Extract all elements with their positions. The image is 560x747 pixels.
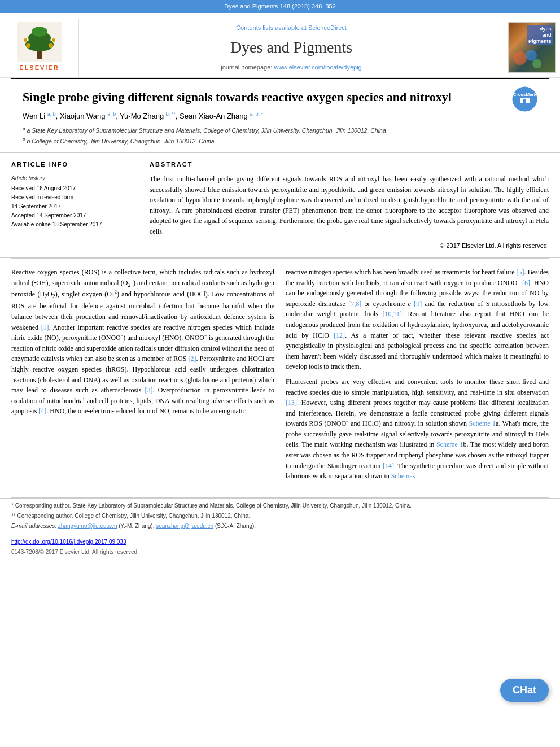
body-right-col: reactive nitrogen species which has been… bbox=[286, 267, 549, 486]
journal-cover-label: dyesandPigments bbox=[527, 25, 553, 45]
body-left-paragraph: Reactive oxygen species (ROS) is a colle… bbox=[11, 267, 274, 417]
science-direct-link[interactable]: ScienceDirect bbox=[308, 24, 347, 31]
footnote-2: ** Corresponding author. College of Chem… bbox=[11, 512, 549, 520]
svg-point-8 bbox=[52, 38, 55, 42]
copyright-line: © 2017 Elsevier Ltd. All rights reserved… bbox=[150, 241, 549, 251]
article-info-abstract-section: ARTICLE INFO Article history: Received 1… bbox=[0, 153, 560, 258]
article-title-section: CrossMark Single probe giving different … bbox=[0, 79, 560, 154]
science-direct-line: Contents lists available at ScienceDirec… bbox=[236, 23, 347, 33]
elsevier-brand-label: ELSEVIER bbox=[19, 63, 59, 73]
article-info-column: ARTICLE INFO Article history: Received 1… bbox=[11, 160, 135, 251]
body-left-col: Reactive oxygen species (ROS) is a colle… bbox=[11, 267, 274, 486]
article-title: Single probe giving different signals to… bbox=[23, 89, 537, 106]
svg-point-5 bbox=[26, 43, 30, 48]
abstract-column: ABSTRACT The first multi-channel probe g… bbox=[147, 160, 549, 251]
elsevier-logo-area: ELSEVIER bbox=[0, 19, 79, 77]
received-date: Received 16 August 2017 bbox=[11, 184, 126, 193]
cover-decoration-icon bbox=[511, 47, 545, 69]
doi-link[interactable]: http://dx.doi.org/10.1016/j.dyepig.2017.… bbox=[11, 539, 126, 545]
accepted-date: Accepted 14 September 2017 bbox=[11, 211, 126, 220]
body-right-paragraph-2: Fluorescent probes are very effective an… bbox=[286, 377, 549, 482]
svg-point-11 bbox=[532, 59, 541, 68]
article-history-label: Article history: bbox=[11, 174, 126, 182]
svg-rect-1 bbox=[37, 50, 42, 59]
available-online-date: Available online 18 September 2017 bbox=[11, 220, 126, 229]
chat-button-area: CHat bbox=[500, 679, 549, 702]
elsevier-logo: ELSEVIER bbox=[17, 22, 62, 73]
revised-label: Received in revised form bbox=[11, 193, 126, 202]
article-info-heading: ARTICLE INFO bbox=[11, 160, 126, 169]
journal-cover-area: dyesandPigments bbox=[504, 19, 560, 77]
svg-point-9 bbox=[513, 51, 527, 65]
footnote-1: * Corresponding author. State Key Labora… bbox=[11, 501, 549, 510]
footnotes-section: * Corresponding author. State Key Labora… bbox=[0, 498, 560, 535]
svg-point-6 bbox=[49, 43, 53, 48]
journal-cover-image: dyesandPigments bbox=[508, 22, 556, 73]
crossmark-badge-icon: CrossMark bbox=[512, 86, 537, 112]
affiliation-a: a a State Key Laboratory of Supramolecul… bbox=[23, 125, 537, 135]
svg-point-4 bbox=[32, 27, 47, 37]
doi-section: http://dx.doi.org/10.1016/j.dyepig.2017.… bbox=[0, 535, 560, 548]
journal-header-center: Contents lists available at ScienceDirec… bbox=[79, 19, 504, 77]
email-link-1[interactable]: zhangyumo@jlu.edu.cn bbox=[58, 523, 117, 529]
homepage-link[interactable]: www.elsevier.com/locate/dyepig bbox=[274, 64, 361, 71]
journal-bar: Dyes and Pigments 148 (2018) 348–352 bbox=[0, 0, 560, 13]
authors-line: Wen Li a, b, Xiaojun Wang a, b, Yu-Mo Zh… bbox=[23, 111, 537, 122]
svg-point-12 bbox=[513, 86, 537, 111]
issn-line: 0143-7208/© 2017 Elsevier Ltd. All right… bbox=[0, 548, 560, 561]
svg-point-7 bbox=[24, 38, 27, 42]
chat-button[interactable]: CHat bbox=[500, 679, 549, 702]
affiliation-b: b b College of Chemistry, Jilin Universi… bbox=[23, 136, 537, 146]
svg-text:CrossMark: CrossMark bbox=[513, 92, 537, 97]
body-right-paragraph-1: reactive nitrogen species which has been… bbox=[286, 267, 549, 372]
journal-title: Dyes and Pigments bbox=[230, 36, 352, 59]
email-link-2[interactable]: seanzhang@jlu.edu.cn bbox=[156, 523, 213, 529]
elsevier-tree-icon bbox=[17, 22, 62, 62]
footnote-3: E-mail addresses: zhangyumo@jlu.edu.cn (… bbox=[11, 522, 549, 530]
abstract-text: The first multi-channel probe giving dif… bbox=[150, 174, 549, 237]
journal-homepage: journal homepage: www.elsevier.com/locat… bbox=[221, 63, 361, 72]
svg-point-10 bbox=[526, 50, 537, 61]
body-section: Reactive oxygen species (ROS) is a colle… bbox=[0, 259, 560, 492]
abstract-heading: ABSTRACT bbox=[150, 160, 549, 169]
header-area: ELSEVIER Contents lists available at Sci… bbox=[0, 13, 560, 78]
revised-date: 14 September 2017 bbox=[11, 202, 126, 211]
svg-rect-16 bbox=[520, 98, 530, 99]
